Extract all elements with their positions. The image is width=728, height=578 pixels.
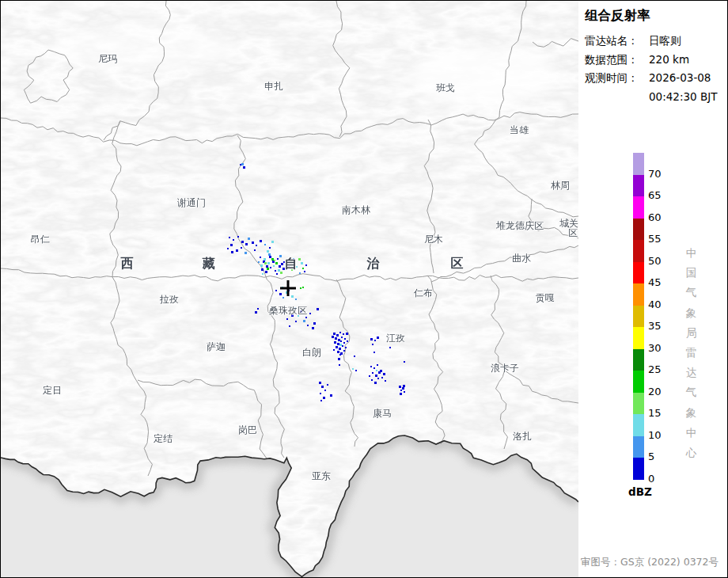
legend-swatch — [633, 436, 644, 458]
legend-swatch — [633, 262, 644, 284]
legend-tick-label: 30 — [648, 342, 662, 354]
radar-product-window: 尼玛申扎班戈当雄林周谢通门南木林堆龙德庆区城关区尼木昂仁曲水仁布拉孜贡嘎桑珠孜区… — [0, 0, 728, 578]
legend-swatch — [633, 153, 644, 175]
reflectivity-color-scale: 7065605550454035302520151050 — [633, 153, 688, 482]
map-approval-number: 审图号：GS京 (2022) 0372号 — [581, 556, 719, 569]
terrain-basemap — [1, 1, 578, 577]
legend-tick-label: 50 — [648, 255, 662, 267]
station-label: 雷达站名： — [585, 32, 649, 51]
agency-watermark: 中国气象局雷达气象中心 — [684, 243, 698, 462]
legend-tick-label: 65 — [648, 189, 662, 201]
time-row: 观测时间：2026-03-08 — [585, 69, 727, 88]
legend-tick-label: 45 — [648, 276, 662, 288]
legend-swatch — [633, 219, 644, 241]
legend-swatch — [633, 371, 644, 393]
time-value-clock: 00:42:30 BJT — [649, 90, 717, 103]
product-title: 组合反射率 — [585, 7, 727, 25]
legend-tick-label: 25 — [648, 363, 662, 375]
legend-swatch — [633, 327, 644, 349]
range-label: 数据范围： — [585, 51, 649, 70]
legend-tick-label: 15 — [648, 407, 662, 419]
station-value: 日喀则 — [649, 34, 681, 47]
range-row: 数据范围：220 km — [585, 51, 727, 70]
legend-swatch — [633, 306, 644, 328]
time-label: 观测时间： — [585, 69, 649, 88]
legend-swatch — [633, 240, 644, 262]
legend-swatch — [633, 283, 644, 306]
time-value-date: 2026-03-08 — [649, 71, 711, 84]
legend-swatch — [633, 393, 644, 415]
legend-tick-label: 55 — [648, 233, 662, 245]
legend-tick-label: 10 — [648, 429, 662, 441]
legend-tick-label: 70 — [648, 168, 662, 180]
time-row-continued: 00:42:30 BJT — [585, 88, 727, 107]
legend-swatch — [633, 349, 644, 371]
legend-tick-label: 0 — [648, 473, 654, 485]
legend-swatch — [633, 414, 644, 436]
info-panel: 组合反射率 雷达站名：日喀则 数据范围：220 km 观测时间：2026-03-… — [578, 1, 727, 577]
legend-tick-label: 40 — [648, 299, 662, 310]
legend-swatch — [633, 458, 644, 480]
legend-swatch — [633, 196, 644, 219]
legend-swatch — [633, 175, 644, 197]
legend-tick-label: 20 — [648, 386, 662, 397]
legend-unit: dBZ — [628, 485, 652, 498]
radar-map: 尼玛申扎班戈当雄林周谢通门南木林堆龙德庆区城关区尼木昂仁曲水仁布拉孜贡嘎桑珠孜区… — [1, 1, 578, 577]
legend-tick-label: 60 — [648, 211, 662, 223]
legend-tick-label: 35 — [648, 320, 662, 332]
legend-tick-label: 5 — [648, 451, 654, 462]
station-row: 雷达站名：日喀则 — [585, 32, 727, 51]
range-value: 220 km — [649, 53, 689, 66]
